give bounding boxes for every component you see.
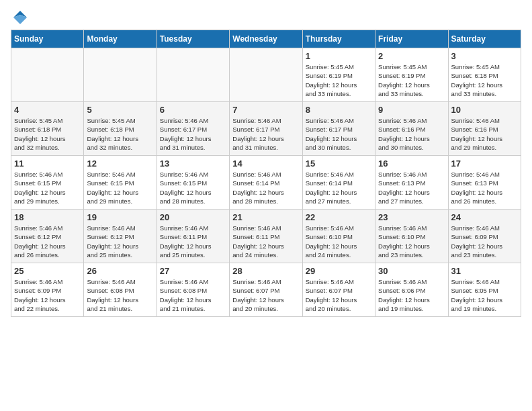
day-number: 31 xyxy=(451,266,518,276)
day-info: Sunrise: 5:46 AM Sunset: 6:14 PM Dayligh… xyxy=(232,170,299,205)
calendar-week-row: 11Sunrise: 5:46 AM Sunset: 6:15 PM Dayli… xyxy=(11,156,521,210)
day-info: Sunrise: 5:45 AM Sunset: 6:18 PM Dayligh… xyxy=(87,116,153,152)
day-number: 29 xyxy=(306,266,372,276)
calendar-empty-cell xyxy=(157,48,229,102)
calendar-day-cell: 25Sunrise: 5:46 AM Sunset: 6:09 PM Dayli… xyxy=(11,263,84,317)
calendar-day-cell: 1Sunrise: 5:45 AM Sunset: 6:19 PM Daylig… xyxy=(302,48,375,102)
day-info: Sunrise: 5:46 AM Sunset: 6:12 PM Dayligh… xyxy=(14,224,81,259)
calendar-day-cell: 21Sunrise: 5:46 AM Sunset: 6:11 PM Dayli… xyxy=(230,210,302,263)
weekday-header-saturday: Saturday xyxy=(448,30,521,48)
day-number: 23 xyxy=(378,212,445,222)
calendar-day-cell: 28Sunrise: 5:46 AM Sunset: 6:07 PM Dayli… xyxy=(230,263,302,317)
day-number: 18 xyxy=(14,212,81,222)
day-number: 27 xyxy=(160,266,226,276)
calendar-table: SundayMondayTuesdayWednesdayThursdayFrid… xyxy=(11,30,521,317)
weekday-header-row: SundayMondayTuesdayWednesdayThursdayFrid… xyxy=(11,30,521,48)
day-number: 6 xyxy=(160,105,226,115)
day-number: 4 xyxy=(14,105,81,115)
day-info: Sunrise: 5:46 AM Sunset: 6:08 PM Dayligh… xyxy=(87,277,153,313)
day-number: 12 xyxy=(87,158,153,169)
day-info: Sunrise: 5:46 AM Sunset: 6:15 PM Dayligh… xyxy=(87,170,153,205)
calendar-day-cell: 3Sunrise: 5:45 AM Sunset: 6:18 PM Daylig… xyxy=(448,48,521,102)
day-info: Sunrise: 5:45 AM Sunset: 6:19 PM Dayligh… xyxy=(378,62,445,98)
day-number: 14 xyxy=(232,158,299,169)
weekday-header-sunday: Sunday xyxy=(11,30,84,48)
calendar-day-cell: 16Sunrise: 5:46 AM Sunset: 6:13 PM Dayli… xyxy=(375,156,448,210)
day-info: Sunrise: 5:46 AM Sunset: 6:16 PM Dayligh… xyxy=(378,116,445,152)
calendar-day-cell: 2Sunrise: 5:45 AM Sunset: 6:19 PM Daylig… xyxy=(375,48,448,102)
day-info: Sunrise: 5:46 AM Sunset: 6:13 PM Dayligh… xyxy=(451,170,518,205)
calendar-day-cell: 24Sunrise: 5:46 AM Sunset: 6:09 PM Dayli… xyxy=(448,210,521,263)
weekday-header-thursday: Thursday xyxy=(302,30,375,48)
calendar-empty-cell xyxy=(11,48,84,102)
calendar-day-cell: 26Sunrise: 5:46 AM Sunset: 6:08 PM Dayli… xyxy=(84,263,157,317)
calendar-day-cell: 18Sunrise: 5:46 AM Sunset: 6:12 PM Dayli… xyxy=(11,210,84,263)
weekday-header-wednesday: Wednesday xyxy=(230,30,302,48)
calendar-day-cell: 12Sunrise: 5:46 AM Sunset: 6:15 PM Dayli… xyxy=(84,156,157,210)
day-info: Sunrise: 5:46 AM Sunset: 6:15 PM Dayligh… xyxy=(14,170,81,205)
logo-icon xyxy=(12,9,28,26)
day-number: 9 xyxy=(378,105,445,115)
calendar-day-cell: 17Sunrise: 5:46 AM Sunset: 6:13 PM Dayli… xyxy=(448,156,521,210)
day-info: Sunrise: 5:46 AM Sunset: 6:10 PM Dayligh… xyxy=(306,224,372,259)
calendar-day-cell: 23Sunrise: 5:46 AM Sunset: 6:10 PM Dayli… xyxy=(375,210,448,263)
calendar-day-cell: 11Sunrise: 5:46 AM Sunset: 6:15 PM Dayli… xyxy=(11,156,84,210)
day-number: 28 xyxy=(232,266,299,276)
calendar-day-cell: 7Sunrise: 5:46 AM Sunset: 6:17 PM Daylig… xyxy=(230,102,302,156)
day-info: Sunrise: 5:46 AM Sunset: 6:06 PM Dayligh… xyxy=(378,277,445,313)
calendar-empty-cell xyxy=(230,48,302,102)
day-number: 3 xyxy=(451,51,518,61)
calendar-day-cell: 8Sunrise: 5:46 AM Sunset: 6:17 PM Daylig… xyxy=(302,102,375,156)
calendar-day-cell: 9Sunrise: 5:46 AM Sunset: 6:16 PM Daylig… xyxy=(375,102,448,156)
day-info: Sunrise: 5:46 AM Sunset: 6:07 PM Dayligh… xyxy=(232,277,299,313)
day-info: Sunrise: 5:46 AM Sunset: 6:11 PM Dayligh… xyxy=(232,224,299,259)
calendar-day-cell: 27Sunrise: 5:46 AM Sunset: 6:08 PM Dayli… xyxy=(157,263,229,317)
calendar-day-cell: 22Sunrise: 5:46 AM Sunset: 6:10 PM Dayli… xyxy=(302,210,375,263)
calendar-week-row: 4Sunrise: 5:45 AM Sunset: 6:18 PM Daylig… xyxy=(11,102,521,156)
calendar-week-row: 1Sunrise: 5:45 AM Sunset: 6:19 PM Daylig… xyxy=(11,48,521,102)
day-number: 10 xyxy=(451,105,518,115)
day-info: Sunrise: 5:46 AM Sunset: 6:17 PM Dayligh… xyxy=(232,116,299,152)
calendar-day-cell: 5Sunrise: 5:45 AM Sunset: 6:18 PM Daylig… xyxy=(84,102,157,156)
calendar-day-cell: 13Sunrise: 5:46 AM Sunset: 6:15 PM Dayli… xyxy=(157,156,229,210)
day-info: Sunrise: 5:46 AM Sunset: 6:11 PM Dayligh… xyxy=(160,224,226,259)
calendar-day-cell: 31Sunrise: 5:46 AM Sunset: 6:05 PM Dayli… xyxy=(448,263,521,317)
day-info: Sunrise: 5:45 AM Sunset: 6:19 PM Dayligh… xyxy=(306,62,372,98)
day-info: Sunrise: 5:46 AM Sunset: 6:13 PM Dayligh… xyxy=(378,170,445,205)
day-number: 11 xyxy=(14,158,81,169)
day-info: Sunrise: 5:46 AM Sunset: 6:12 PM Dayligh… xyxy=(87,224,153,259)
day-number: 21 xyxy=(232,212,299,222)
day-info: Sunrise: 5:46 AM Sunset: 6:17 PM Dayligh… xyxy=(306,116,372,152)
page-header xyxy=(11,11,521,23)
day-info: Sunrise: 5:45 AM Sunset: 6:18 PM Dayligh… xyxy=(14,116,81,152)
logo xyxy=(11,11,28,23)
day-number: 5 xyxy=(87,105,153,115)
day-number: 8 xyxy=(306,105,372,115)
calendar-day-cell: 29Sunrise: 5:46 AM Sunset: 6:07 PM Dayli… xyxy=(302,263,375,317)
day-info: Sunrise: 5:46 AM Sunset: 6:05 PM Dayligh… xyxy=(451,277,518,313)
day-number: 13 xyxy=(160,158,226,169)
day-info: Sunrise: 5:46 AM Sunset: 6:15 PM Dayligh… xyxy=(160,170,226,205)
day-info: Sunrise: 5:46 AM Sunset: 6:07 PM Dayligh… xyxy=(306,277,372,313)
day-number: 20 xyxy=(160,212,226,222)
calendar-day-cell: 19Sunrise: 5:46 AM Sunset: 6:12 PM Dayli… xyxy=(84,210,157,263)
weekday-header-monday: Monday xyxy=(84,30,157,48)
calendar-day-cell: 6Sunrise: 5:46 AM Sunset: 6:17 PM Daylig… xyxy=(157,102,229,156)
calendar-day-cell: 4Sunrise: 5:45 AM Sunset: 6:18 PM Daylig… xyxy=(11,102,84,156)
day-number: 22 xyxy=(306,212,372,222)
day-number: 30 xyxy=(378,266,445,276)
calendar-day-cell: 10Sunrise: 5:46 AM Sunset: 6:16 PM Dayli… xyxy=(448,102,521,156)
calendar-day-cell: 15Sunrise: 5:46 AM Sunset: 6:14 PM Dayli… xyxy=(302,156,375,210)
calendar-day-cell: 30Sunrise: 5:46 AM Sunset: 6:06 PM Dayli… xyxy=(375,263,448,317)
day-info: Sunrise: 5:46 AM Sunset: 6:14 PM Dayligh… xyxy=(306,170,372,205)
calendar-day-cell: 20Sunrise: 5:46 AM Sunset: 6:11 PM Dayli… xyxy=(157,210,229,263)
day-info: Sunrise: 5:46 AM Sunset: 6:08 PM Dayligh… xyxy=(160,277,226,313)
day-number: 15 xyxy=(306,158,372,169)
day-number: 19 xyxy=(87,212,153,222)
day-info: Sunrise: 5:46 AM Sunset: 6:10 PM Dayligh… xyxy=(378,224,445,259)
day-info: Sunrise: 5:46 AM Sunset: 6:09 PM Dayligh… xyxy=(14,277,81,313)
day-info: Sunrise: 5:46 AM Sunset: 6:16 PM Dayligh… xyxy=(451,116,518,152)
day-info: Sunrise: 5:45 AM Sunset: 6:18 PM Dayligh… xyxy=(451,62,518,98)
day-number: 17 xyxy=(451,158,518,169)
day-number: 16 xyxy=(378,158,445,169)
